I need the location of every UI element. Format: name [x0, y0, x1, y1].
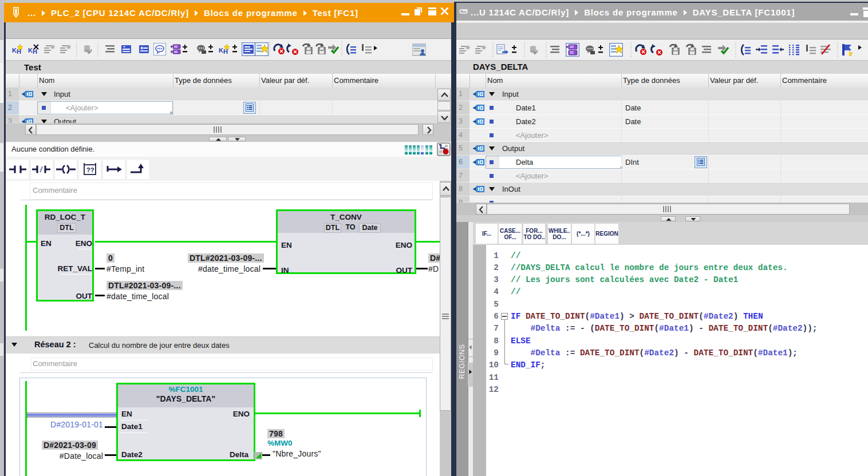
svg-text:??: ??	[86, 166, 94, 173]
